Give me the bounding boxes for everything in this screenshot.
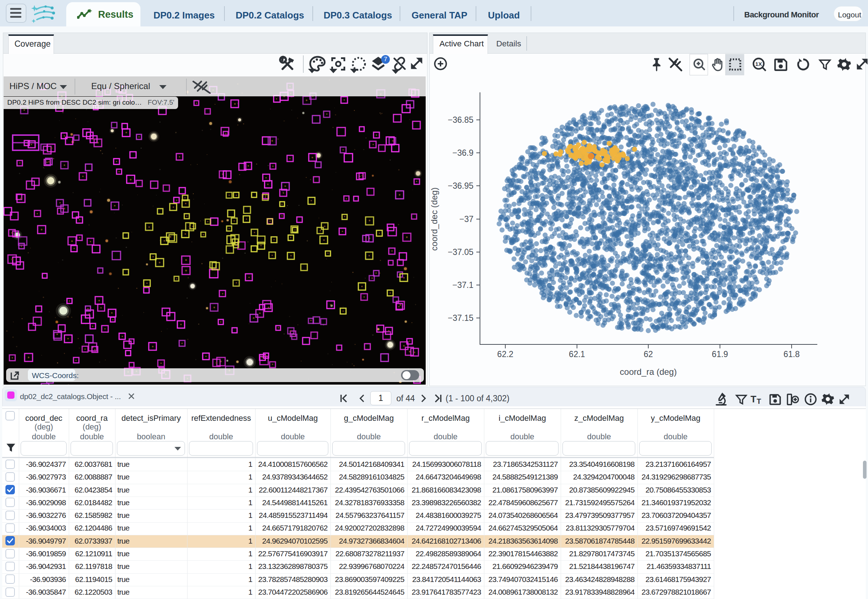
svg-text:T: T [757, 397, 761, 405]
svg-text:1X: 1X [755, 61, 762, 67]
svg-text:T: T [751, 394, 757, 405]
